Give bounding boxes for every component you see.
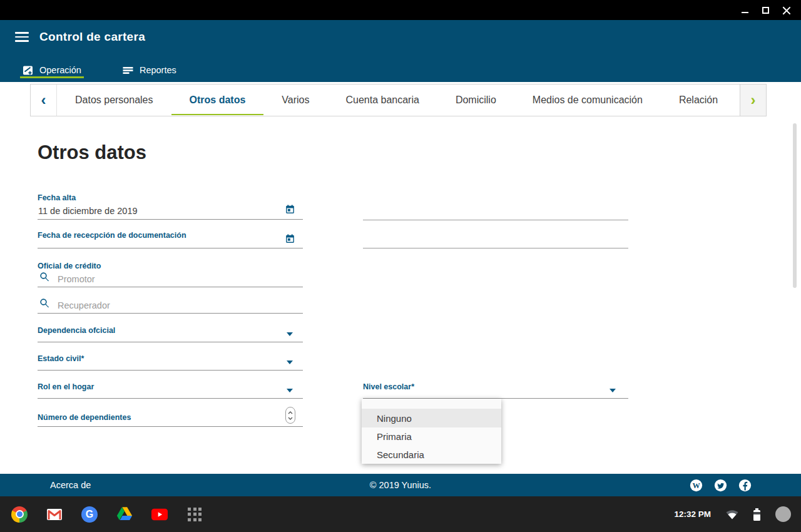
field-label: Rol en el hogar: [38, 382, 303, 391]
tab-label: Medios de comunicación: [533, 95, 643, 106]
option-label: Primaria: [377, 431, 412, 442]
nav-label: Reportes: [140, 65, 176, 75]
search-icon: [39, 297, 51, 309]
field-label: Estado civil*: [38, 354, 303, 363]
search-icon: [39, 271, 51, 283]
field-label: Número de dependientes: [38, 410, 303, 422]
field-value: 11 de diciembre de 2019: [38, 206, 138, 216]
tab-medios-comunicacion[interactable]: Medios de comunicación: [514, 84, 661, 116]
tab-label: Cuenta bancaria: [345, 95, 419, 106]
hamburger-menu-icon[interactable]: [15, 32, 29, 42]
close-icon[interactable]: [781, 5, 791, 15]
field-numero-dependientes[interactable]: Número de dependientes: [38, 410, 303, 427]
youtube-icon[interactable]: [151, 506, 168, 523]
calendar-icon[interactable]: [285, 233, 295, 244]
tab-label: Domicilio: [456, 95, 496, 106]
avatar[interactable]: [775, 506, 791, 522]
copyright-text: © 2019 Yunius.: [0, 480, 801, 490]
tab-label: Datos personales: [75, 95, 153, 106]
field-promotor[interactable]: [38, 267, 303, 287]
app-header: Control de cartera Operación Reportes: [0, 20, 801, 82]
page-content: ‹ Datos personales Otros datos Varios Cu…: [0, 82, 801, 474]
option-label: Ninguno: [377, 413, 412, 424]
minimize-icon[interactable]: [740, 5, 750, 15]
tab-strip: ‹ Datos personales Otros datos Varios Cu…: [30, 84, 767, 116]
tab-datos-personales[interactable]: Datos personales: [57, 84, 171, 116]
wordpress-icon[interactable]: W: [690, 479, 703, 492]
operation-icon: [23, 65, 33, 76]
promotor-search-input[interactable]: [58, 274, 264, 284]
app-shelf: G: [11, 506, 203, 523]
reports-icon: [123, 65, 133, 76]
field-fecha-recepcion[interactable]: Fecha de rececpción de documentación: [38, 231, 303, 248]
chevron-down-icon[interactable]: [287, 332, 293, 336]
recuperador-search-input[interactable]: [58, 300, 264, 310]
tabs-next-button[interactable]: ›: [740, 84, 766, 116]
status-area[interactable]: 12:32 PM: [674, 506, 791, 522]
field-label: Fecha alta: [38, 190, 303, 202]
field-estado-civil[interactable]: Estado civil*: [38, 354, 303, 371]
stepper-arrows-icon: [287, 409, 293, 422]
field-dependencia-oficial[interactable]: Dependencia ofcicial: [38, 326, 303, 342]
dropdown-option-primaria[interactable]: Primaria: [362, 427, 501, 446]
number-stepper[interactable]: [285, 407, 295, 424]
tabs: Datos personales Otros datos Varios Cuen…: [57, 84, 740, 116]
tab-domicilio[interactable]: Domicilio: [437, 84, 514, 116]
app-title: Control de cartera: [39, 30, 145, 44]
twitter-icon[interactable]: [714, 479, 727, 492]
calendar-icon[interactable]: [285, 204, 295, 215]
nav-item-operacion[interactable]: Operación: [20, 58, 84, 82]
tab-label: Varios: [282, 95, 309, 106]
field-label: Dependencia ofcicial: [38, 326, 303, 335]
field-empty-1[interactable]: [363, 201, 628, 220]
field-rol-hogar[interactable]: Rol en el hogar: [38, 382, 303, 399]
field-nivel-escolar[interactable]: Nivel escolar*: [363, 382, 628, 399]
nivel-escolar-dropdown: Ninguno Primaria Secundaria: [362, 399, 501, 464]
field-empty-2[interactable]: [363, 229, 628, 248]
field-label: Nivel escolar*: [363, 382, 628, 391]
apps-grid-icon[interactable]: [186, 506, 203, 523]
nav-label: Operación: [39, 65, 81, 75]
chrome-icon[interactable]: [11, 506, 28, 523]
tab-relacion[interactable]: Relación: [661, 84, 736, 116]
tab-label: Otros datos: [190, 95, 246, 106]
field-fecha-alta[interactable]: Fecha alta 11 de diciembre de 2019: [38, 190, 303, 220]
chevron-down-icon[interactable]: [287, 361, 293, 364]
screen: Control de cartera Operación Reportes: [0, 0, 801, 532]
tab-cuenta-bancaria[interactable]: Cuenta bancaria: [327, 84, 437, 116]
nav-item-reportes[interactable]: Reportes: [120, 58, 179, 82]
gmail-icon[interactable]: [46, 506, 63, 523]
field-label: Fecha de rececpción de documentación: [38, 231, 303, 240]
clock: 12:32 PM: [674, 509, 711, 519]
drive-icon[interactable]: [116, 506, 133, 523]
google-icon[interactable]: G: [81, 506, 98, 523]
page-title: Otros datos: [38, 141, 146, 164]
facebook-icon[interactable]: [738, 479, 752, 492]
tabs-prev-button[interactable]: ‹: [31, 84, 57, 116]
chevron-right-icon: ›: [751, 91, 756, 109]
window-titlebar: [0, 0, 801, 20]
tab-label: Relación: [679, 95, 718, 106]
svg-text:W: W: [692, 481, 700, 489]
option-label: Secundaria: [377, 449, 424, 460]
battery-icon: [753, 508, 760, 521]
tab-varios[interactable]: Varios: [263, 84, 327, 116]
dropdown-option-ninguno[interactable]: Ninguno: [362, 409, 501, 427]
footer: Acerca de © 2019 Yunius. W: [0, 474, 801, 496]
maximize-icon[interactable]: [760, 5, 770, 15]
wifi-icon: [726, 509, 738, 519]
field-recuperador[interactable]: [38, 294, 303, 314]
chevron-down-icon[interactable]: [610, 389, 616, 392]
chevron-left-icon: ‹: [41, 91, 46, 109]
dropdown-option-secundaria[interactable]: Secundaria: [362, 446, 501, 464]
social-links: W: [690, 479, 752, 492]
main-nav: Operación Reportes: [20, 58, 179, 82]
taskbar: G 12:32 PM: [0, 496, 801, 532]
scrollbar[interactable]: [793, 123, 797, 288]
chevron-down-icon[interactable]: [287, 389, 293, 392]
tab-otros-datos[interactable]: Otros datos: [171, 84, 264, 116]
